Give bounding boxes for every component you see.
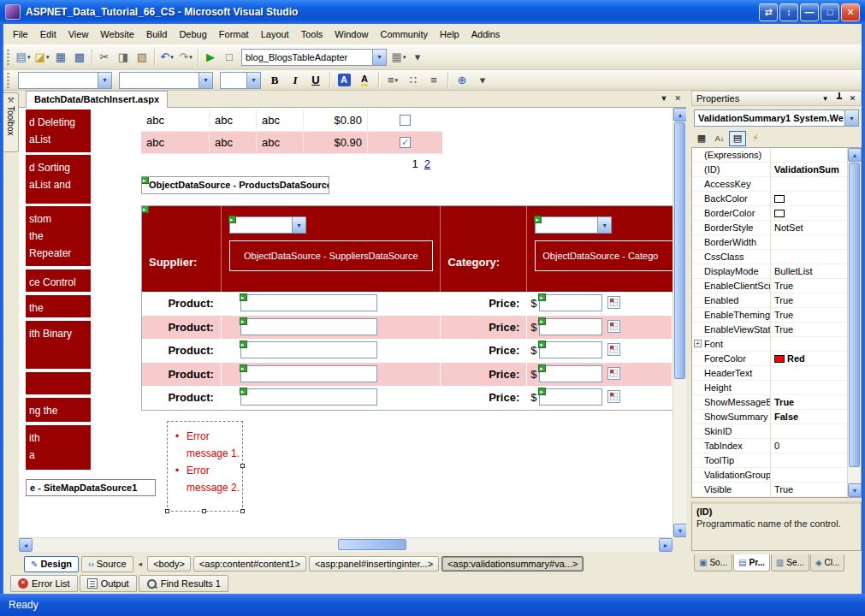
sidebar-link-fragment[interactable]: d DeletingaList	[26, 110, 91, 152]
expand-icon[interactable]: +	[694, 340, 702, 347]
document-tab[interactable]: BatchData/BatchInsert.aspx	[26, 91, 168, 108]
property-row-cssclass[interactable]: CssClass	[692, 250, 847, 264]
property-value[interactable]	[771, 177, 847, 191]
property-row-backcolor[interactable]: BackColor	[692, 192, 847, 206]
property-value[interactable]: 0	[771, 439, 847, 453]
start-debug-icon[interactable]: ▶	[201, 48, 220, 67]
property-row-enabled[interactable]: EnabledTrue	[692, 293, 847, 308]
property-value[interactable]: True	[771, 293, 847, 307]
property-row-displaymode[interactable]: DisplayModeBulletList	[692, 264, 847, 279]
property-value[interactable]: Red	[771, 352, 847, 365]
font-name-combo[interactable]: ▼	[119, 72, 213, 89]
property-value[interactable]	[771, 192, 847, 205]
numbered-list-icon[interactable]: ≡	[424, 71, 443, 90]
menu-item-help[interactable]: Help	[434, 26, 465, 43]
property-row-tooltip[interactable]: ToolTip	[692, 453, 847, 468]
property-value[interactable]: True	[771, 308, 847, 322]
close-button[interactable]: ✕	[841, 3, 860, 21]
property-value[interactable]: NotSet	[771, 221, 847, 234]
property-row-skinid[interactable]: SkinID	[692, 424, 847, 439]
copy-icon[interactable]: ◨	[114, 48, 133, 67]
property-value[interactable]	[771, 337, 847, 351]
properties-view-icon[interactable]: ▤	[729, 131, 746, 146]
menu-item-tools[interactable]: Tools	[295, 26, 329, 43]
error-list-tab[interactable]: Error List	[10, 575, 78, 592]
maximize-button[interactable]: □	[821, 3, 839, 21]
product-textbox[interactable]	[240, 341, 377, 358]
property-row-showmessagebo[interactable]: ShowMessageBoTrue	[692, 395, 847, 410]
selection-handle[interactable]	[240, 509, 245, 513]
price-textbox[interactable]	[539, 388, 602, 406]
scroll-right-icon[interactable]: ►	[659, 538, 672, 552]
suppliers-dropdown[interactable]: Databound ▼	[229, 216, 306, 234]
menu-item-file[interactable]: File	[7, 26, 34, 43]
close-icon[interactable]: ✕	[846, 92, 859, 104]
categories-datasource-control[interactable]: ObjectDataSource - Catego	[535, 240, 672, 271]
menu-item-debug[interactable]: Debug	[173, 26, 212, 43]
toolbox-tab[interactable]: ⚒ Toolbox	[3, 92, 19, 152]
validation-summary-control[interactable]: •Error message 1.•Error message 2.	[167, 421, 243, 512]
redo-icon[interactable]: ↷▾	[176, 48, 195, 67]
open-file-icon[interactable]: ◪▾	[33, 48, 51, 67]
menu-item-layout[interactable]: Layout	[255, 26, 295, 43]
selection-handle[interactable]	[202, 509, 206, 513]
save-all-icon[interactable]: ▩	[70, 48, 89, 67]
product-textbox[interactable]	[240, 318, 377, 335]
alphabetical-sort-icon[interactable]: A↓	[711, 131, 728, 146]
title-bar[interactable]: ASPNET_Data_Tutorial_66_CS - Microsoft V…	[0, 0, 865, 24]
class-view-tab[interactable]: ◈Cl...	[810, 554, 844, 572]
titlebar-arrows-button-2[interactable]: ↕	[779, 3, 798, 21]
bullet-list-icon[interactable]: ∷	[404, 71, 423, 90]
property-row-bordercolor[interactable]: BorderColor	[692, 206, 847, 221]
scroll-up-icon[interactable]: ▲	[848, 148, 862, 162]
minimize-button[interactable]: —	[800, 3, 819, 21]
property-value[interactable]	[771, 468, 847, 482]
property-row-validationgroup[interactable]: ValidationGroup	[692, 468, 847, 483]
scroll-up-icon[interactable]: ▲	[673, 108, 687, 121]
tag-scroll-left-icon[interactable]: ◂	[136, 560, 145, 568]
sitemap-datasource-control[interactable]: e - SiteMapDataSource1	[26, 479, 156, 496]
property-value[interactable]	[771, 453, 847, 467]
property-value[interactable]	[771, 366, 847, 380]
product-textbox[interactable]	[240, 294, 377, 311]
property-value[interactable]	[771, 148, 847, 162]
suppliers-datasource-control[interactable]: ObjectDataSource - SuppliersDataSource	[229, 240, 433, 271]
bold-button[interactable]: B	[265, 71, 284, 90]
toolbar-overflow-icon[interactable]: ▾	[473, 71, 492, 90]
property-value[interactable]: False	[771, 410, 847, 424]
product-textbox[interactable]	[240, 388, 377, 406]
menu-item-website[interactable]: Website	[94, 26, 140, 43]
highlight-color-icon[interactable]: A	[355, 71, 374, 90]
sidebar-link-fragment[interactable]: d SortingaList and	[26, 155, 91, 204]
sidebar-link-fragment[interactable]: ce Control	[26, 270, 91, 292]
properties-scrollbar[interactable]: ▲ ▼	[847, 148, 861, 497]
toolbar-grip[interactable]	[7, 50, 9, 65]
server-explorer-tab[interactable]: ▥Se...	[771, 554, 809, 572]
property-value[interactable]: True	[771, 323, 847, 336]
property-row-forecolor[interactable]: ForeColorRed	[692, 352, 847, 366]
view-designer-icon[interactable]: □	[220, 48, 239, 67]
align-left-icon[interactable]: ≡▾	[383, 71, 402, 90]
property-row-enableviewstate[interactable]: EnableViewStateTrue	[692, 323, 847, 337]
price-textbox[interactable]	[539, 365, 602, 382]
menu-item-build[interactable]: Build	[140, 26, 173, 43]
property-row-visible[interactable]: VisibleTrue	[692, 483, 847, 497]
events-icon[interactable]: ⚡	[747, 131, 764, 146]
new-item-icon[interactable]: ▤▾	[14, 48, 33, 67]
row-checkbox[interactable]: ✓	[400, 137, 411, 148]
paste-icon[interactable]: ▧	[133, 48, 151, 67]
menu-item-edit[interactable]: Edit	[34, 26, 62, 43]
price-textbox[interactable]	[539, 294, 602, 311]
categorized-icon[interactable]: ▦	[693, 131, 710, 146]
window-menu-icon[interactable]: ▾	[819, 92, 832, 104]
row-checkbox[interactable]	[400, 115, 411, 126]
underline-button[interactable]: U	[306, 71, 325, 90]
scrollbar-thumb[interactable]	[674, 122, 685, 379]
font-size-combo[interactable]: ▼	[220, 72, 261, 89]
property-value[interactable]	[771, 250, 847, 264]
scrollbar-thumb[interactable]	[849, 163, 860, 467]
hyperlink-icon[interactable]: ⊕	[453, 71, 471, 90]
property-value[interactable]	[771, 235, 847, 249]
categories-dropdown[interactable]: Databound ▼	[535, 216, 612, 234]
tag-aspvalidationsummaryva[interactable]: <asp:validationsummary#va...>	[441, 556, 584, 572]
